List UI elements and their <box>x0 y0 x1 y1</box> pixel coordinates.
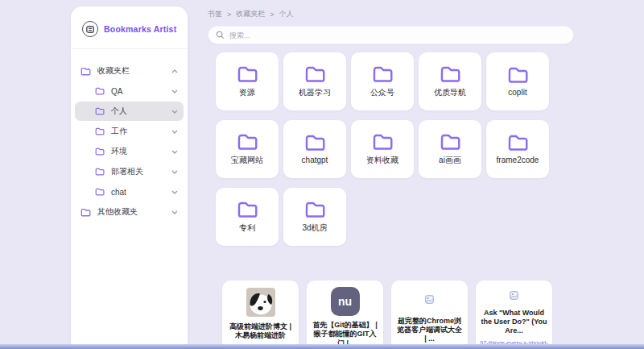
chevron-up-icon[interactable] <box>171 69 178 73</box>
sidebar-item-qa[interactable]: QA <box>75 81 184 101</box>
folder-grid: 资源 机器学习 公众号 优质导航 coplit 宝藏网站 chatgpt 资料 <box>216 52 644 246</box>
sidebar-item-environment[interactable]: 环境 <box>75 142 184 161</box>
sidebar-item-work[interactable]: 工作 <box>75 122 184 141</box>
folder-card-chatgpt[interactable]: chatgpt <box>283 120 346 178</box>
chevron-down-icon[interactable] <box>171 190 178 194</box>
folder-label: 优质导航 <box>434 87 466 98</box>
folder-icon <box>237 201 258 218</box>
chevron-down-icon[interactable] <box>171 150 178 154</box>
search-bar[interactable] <box>208 26 574 44</box>
folder-card-ai-painting[interactable]: ai画画 <box>419 120 481 178</box>
folder-icon <box>440 133 461 151</box>
breadcrumb-item-bookmarks-bar[interactable]: 收藏夹栏 <box>236 9 265 19</box>
bookmark-card-muyiy[interactable]: 高级前端进阶博文 | 木易杨前端进阶 muyiy.cn <box>222 280 299 349</box>
folder-card-patents[interactable]: 专利 <box>216 188 279 246</box>
sidebar-item-label: 收藏夹栏 <box>97 65 130 77</box>
search-icon <box>216 31 225 39</box>
bookmark-row: 高级前端进阶博文 | 木易杨前端进阶 muyiy.cn nu 首先【Git的基础… <box>222 280 644 349</box>
folder-label: 专利 <box>239 222 255 234</box>
sidebar-item-label: 其他收藏夹 <box>97 206 138 218</box>
folder-label: 3d机房 <box>302 222 327 234</box>
folder-card-official-accounts[interactable]: 公众号 <box>351 52 414 110</box>
sidebar-item-label: 个人 <box>111 106 127 117</box>
broken-image-icon <box>425 295 434 304</box>
chevron-down-icon[interactable] <box>171 130 178 134</box>
folder-icon <box>237 65 258 83</box>
folder-icon <box>372 133 394 151</box>
sidebar-item-deploy[interactable]: 部署相关 <box>75 162 184 181</box>
bookmark-card-chrome-debug[interactable]: 超完整的Chrome浏览器客户端调试大全 | ... www.igeekbar.… <box>391 280 468 349</box>
folder-label: 公众号 <box>370 87 394 98</box>
bookmark-title: 超完整的Chrome浏览器客户端调试大全 | ... <box>391 317 468 344</box>
folder-card-resources[interactable]: 资源 <box>216 52 279 110</box>
chevron-down-icon[interactable] <box>171 89 178 93</box>
folder-icon <box>95 147 105 156</box>
chevron-down-icon[interactable] <box>171 210 178 214</box>
bookmarks-logo-icon <box>82 21 98 37</box>
folder-icon <box>95 107 105 115</box>
sidebar: Bookmarks Artist 收藏夹栏 QA <box>71 6 188 349</box>
folder-icon <box>237 133 258 151</box>
sidebar-tree: 收藏夹栏 QA 个人 <box>71 49 188 222</box>
folder-label: 资源 <box>239 87 255 98</box>
folder-icon <box>80 67 91 76</box>
chevron-down-icon[interactable] <box>171 110 178 114</box>
folder-card-coplit[interactable]: coplit <box>486 52 549 110</box>
folder-card-frame2code[interactable]: frame2code <box>486 120 549 178</box>
bottom-edge-bar <box>0 344 644 349</box>
sidebar-item-chat[interactable]: chat <box>75 182 184 202</box>
folder-icon <box>304 201 326 218</box>
folder-card-treasure-sites[interactable]: 宝藏网站 <box>216 120 279 178</box>
app-title: Bookmarks Artist <box>104 24 176 34</box>
chevron-down-icon[interactable] <box>171 170 178 174</box>
broken-image-icon <box>510 291 518 300</box>
sidebar-item-personal[interactable]: 个人 <box>75 102 184 121</box>
folder-label: 资料收藏 <box>366 155 398 166</box>
bookmark-card-backlog-git[interactable]: nu 首先【Git的基础】 | 猴子都能懂的GIT入门 |.. backlog.… <box>307 280 383 349</box>
folder-label: coplit <box>508 88 526 97</box>
folder-card-3d-room[interactable]: 3d机房 <box>283 188 346 246</box>
bookmark-card-97-things[interactable]: Ask "What Would the User Do?" (You Are..… <box>476 280 552 349</box>
folder-card-quality-nav[interactable]: 优质导航 <box>419 52 481 110</box>
search-input[interactable] <box>229 31 566 39</box>
folder-icon <box>440 65 461 83</box>
folder-icon <box>507 66 529 84</box>
folder-card-machine-learning[interactable]: 机器学习 <box>283 52 346 110</box>
folder-label: 机器学习 <box>299 87 331 98</box>
breadcrumb-separator: > <box>227 10 231 19</box>
folder-icon <box>95 87 105 95</box>
folder-icon <box>304 134 326 152</box>
folder-icon <box>304 65 326 83</box>
dog-photo-thumbnail <box>246 288 275 317</box>
sidebar-item-bookmarks-bar[interactable]: 收藏夹栏 <box>75 61 184 81</box>
sidebar-item-label: 部署相关 <box>111 166 143 177</box>
folder-icon <box>95 188 105 196</box>
bookmark-title: Ask "What Would the User Do?" (You Are..… <box>476 309 552 336</box>
folder-label: chatgpt <box>302 156 328 164</box>
breadcrumb-item-bookmarks[interactable]: 书签 <box>208 9 222 19</box>
folder-icon <box>507 134 529 152</box>
sidebar-item-label: 工作 <box>111 126 127 137</box>
folder-icon <box>372 65 394 83</box>
folder-label: frame2code <box>497 156 539 164</box>
sidebar-item-label: 环境 <box>111 146 127 157</box>
nulab-logo-icon: nu <box>331 287 360 316</box>
app-logo: Bookmarks Artist <box>71 6 188 49</box>
folder-icon <box>95 168 105 176</box>
sidebar-item-other-bookmarks[interactable]: 其他收藏夹 <box>75 202 184 222</box>
sidebar-item-label: QA <box>111 87 122 96</box>
folder-icon <box>80 208 91 217</box>
breadcrumb: 书签 > 收藏夹栏 > 个人 <box>208 9 644 19</box>
main-content: 书签 > 收藏夹栏 > 个人 资源 机器学习 公众号 优质导航 coplit <box>200 0 644 349</box>
sidebar-item-label: chat <box>111 188 126 197</box>
breadcrumb-item-personal[interactable]: 个人 <box>279 9 294 19</box>
folder-label: 宝藏网站 <box>231 155 263 166</box>
folder-card-materials[interactable]: 资料收藏 <box>351 120 414 178</box>
breadcrumb-separator: > <box>270 10 274 19</box>
folder-label: ai画画 <box>439 155 461 166</box>
folder-icon <box>95 127 105 135</box>
bookmark-title: 高级前端进阶博文 | 木易杨前端进阶 <box>222 322 299 341</box>
